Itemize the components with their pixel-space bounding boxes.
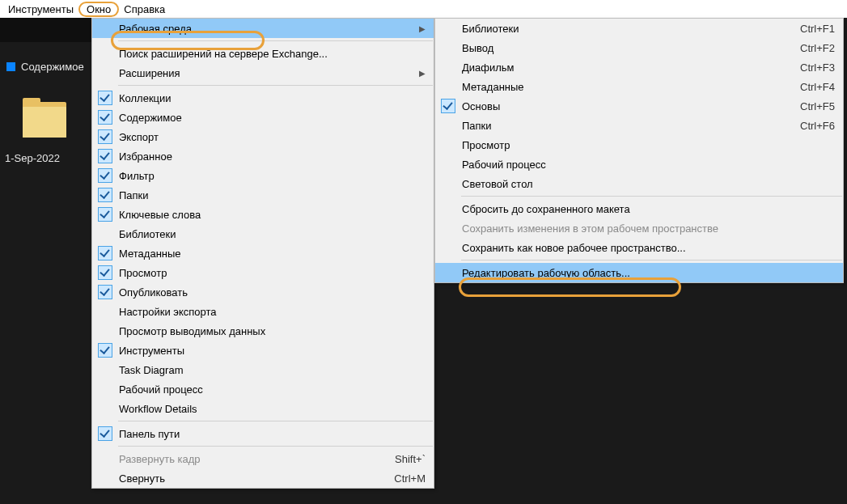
menu-item-label: Библиотеки: [460, 23, 792, 35]
submenu-item-save-new[interactable]: Сохранить как новое рабочее пространство…: [435, 238, 843, 257]
menu-item-label: Сбросить до сохраненного макета: [460, 203, 835, 215]
folder-icon[interactable]: [23, 102, 66, 138]
menu-item-metadata[interactable]: Метаданные: [92, 244, 434, 263]
menu-item-label: Рабочая среда: [117, 23, 416, 35]
menu-item-label: Коллекции: [117, 92, 426, 104]
menu-separator: [461, 260, 842, 260]
menu-item-label: Панель пути: [117, 428, 426, 440]
menu-item-label: Рабочий процесс: [460, 159, 835, 171]
check-icon: [98, 129, 112, 144]
menu-shortcut: Ctrl+F6: [792, 120, 835, 132]
menu-shortcut: Ctrl+F1: [792, 23, 835, 35]
menu-item-label: Метаданные: [117, 248, 426, 260]
submenu-item-metadata[interactable]: Метаданные Ctrl+F4: [435, 77, 843, 96]
menu-separator: [118, 421, 433, 421]
check-icon: [98, 207, 112, 222]
check-icon: [98, 285, 112, 299]
menu-item-workspace[interactable]: Рабочая среда ▶: [92, 19, 434, 38]
menu-shortcut: Ctrl+F4: [792, 81, 835, 93]
menu-item-label: Рабочий процесс: [117, 383, 426, 396]
menu-item-libraries[interactable]: Библиотеки: [92, 224, 434, 244]
menu-item-label: Вывод: [460, 42, 792, 54]
menu-item-label: Папки: [117, 189, 426, 201]
window-menu-dropdown: Рабочая среда ▶ Поиск расширений на серв…: [91, 18, 434, 489]
menu-item-minimize[interactable]: Свернуть Ctrl+M: [92, 468, 434, 488]
menu-shortcut: Ctrl+M: [386, 472, 426, 485]
menu-item-output-preview[interactable]: Просмотр выводимых данных: [92, 321, 434, 341]
menu-separator: [118, 40, 433, 41]
menu-separator: [118, 446, 433, 447]
folder-label: 1-Sep-2022: [5, 152, 93, 164]
menu-help[interactable]: Справка: [119, 2, 170, 17]
submenu-item-output[interactable]: Вывод Ctrl+F2: [435, 38, 843, 57]
menu-item-export-settings[interactable]: Настройки экспорта: [92, 302, 434, 321]
menu-item-tools[interactable]: Инструменты: [92, 341, 434, 360]
menu-item-content[interactable]: Содержимое: [92, 108, 434, 127]
menu-item-label: Экспорт: [117, 131, 426, 143]
check-icon: [98, 426, 112, 441]
menu-item-label: Развернуть кадр: [117, 453, 387, 465]
submenu-item-reset[interactable]: Сбросить до сохраненного макета: [435, 199, 843, 218]
menu-item-workflow[interactable]: Рабочий процесс: [92, 379, 434, 399]
menu-item-label: Сохранить изменения в этом рабочем прост…: [460, 222, 835, 235]
submenu-item-filmstrip[interactable]: Диафильм Ctrl+F3: [435, 57, 843, 77]
submenu-item-essentials[interactable]: Основы Ctrl+F5: [435, 96, 843, 116]
menu-item-label: Метаданные: [460, 81, 792, 93]
menu-item-label: Task Diagram: [117, 364, 426, 376]
menu-item-label: Свернуть: [117, 472, 386, 485]
content-tab[interactable]: Содержимое: [0, 42, 93, 78]
submenu-item-workflow[interactable]: Рабочий процесс: [435, 155, 843, 174]
menu-item-label: Просмотр выводимых данных: [117, 325, 426, 337]
submenu-item-folders[interactable]: Папки Ctrl+F6: [435, 116, 843, 135]
left-top-bar: [0, 18, 93, 42]
menu-item-publish[interactable]: Опубликовать: [92, 282, 434, 302]
menu-item-collections[interactable]: Коллекции: [92, 88, 434, 108]
menu-item-label: Просмотр: [117, 267, 426, 279]
check-icon: [98, 343, 112, 358]
menu-tools[interactable]: Инструменты: [3, 2, 78, 17]
menu-item-maximize[interactable]: Развернуть кадр Shift+`: [92, 449, 434, 468]
menu-separator: [118, 85, 433, 86]
check-icon: [98, 110, 112, 125]
menu-item-label: Расширения: [117, 67, 416, 79]
menu-item-find-extensions[interactable]: Поиск расширений на сервере Exchange...: [92, 44, 434, 63]
menu-item-label: Содержимое: [117, 112, 426, 124]
menu-shortcut: Ctrl+F3: [792, 61, 835, 74]
submenu-item-save-changes[interactable]: Сохранить изменения в этом рабочем прост…: [435, 218, 843, 238]
menu-shortcut: Ctrl+F5: [792, 100, 835, 112]
menu-item-task-diagram[interactable]: Task Diagram: [92, 360, 434, 379]
check-icon: [98, 91, 112, 105]
menu-item-label: Папки: [460, 120, 792, 132]
menu-window[interactable]: Окно: [78, 2, 119, 17]
menu-item-export[interactable]: Экспорт: [92, 127, 434, 146]
menu-item-label: Редактировать рабочую область...: [460, 267, 835, 279]
menu-item-extensions[interactable]: Расширения ▶: [92, 63, 434, 83]
submenu-item-light-table[interactable]: Световой стол: [435, 174, 843, 193]
check-icon: [98, 265, 112, 280]
check-icon: [441, 99, 455, 113]
menu-item-workflow-details[interactable]: Workflow Details: [92, 399, 434, 418]
submenu-item-edit-workspace[interactable]: Редактировать рабочую область...: [435, 263, 843, 282]
menu-item-label: Фильтр: [117, 170, 426, 182]
menu-item-label: Библиотеки: [117, 228, 426, 240]
menu-item-favorites[interactable]: Избранное: [92, 146, 434, 166]
submenu-item-preview[interactable]: Просмотр: [435, 135, 843, 155]
menubar: Инструменты Окно Справка: [0, 0, 847, 18]
menu-item-label: Световой стол: [460, 178, 835, 190]
menu-item-folders[interactable]: Папки: [92, 185, 434, 205]
menu-item-keywords[interactable]: Ключевые слова: [92, 205, 434, 224]
content-tab-label: Содержимое: [21, 61, 84, 73]
menu-item-label: Настройки экспорта: [117, 306, 426, 318]
tab-indicator-icon: [6, 62, 15, 71]
menu-item-path-bar[interactable]: Панель пути: [92, 424, 434, 443]
menu-item-filter[interactable]: Фильтр: [92, 166, 434, 185]
check-icon: [98, 246, 112, 260]
check-icon: [98, 168, 112, 183]
menu-item-label: Сохранить как новое рабочее пространство…: [460, 242, 835, 254]
menu-item-label: Ключевые слова: [117, 209, 426, 221]
submenu-item-libraries[interactable]: Библиотеки Ctrl+F1: [435, 19, 843, 38]
menu-shortcut: Ctrl+F2: [792, 42, 835, 54]
check-icon: [98, 188, 112, 202]
menu-item-review[interactable]: Просмотр: [92, 263, 434, 282]
submenu-arrow-icon: ▶: [416, 24, 426, 33]
